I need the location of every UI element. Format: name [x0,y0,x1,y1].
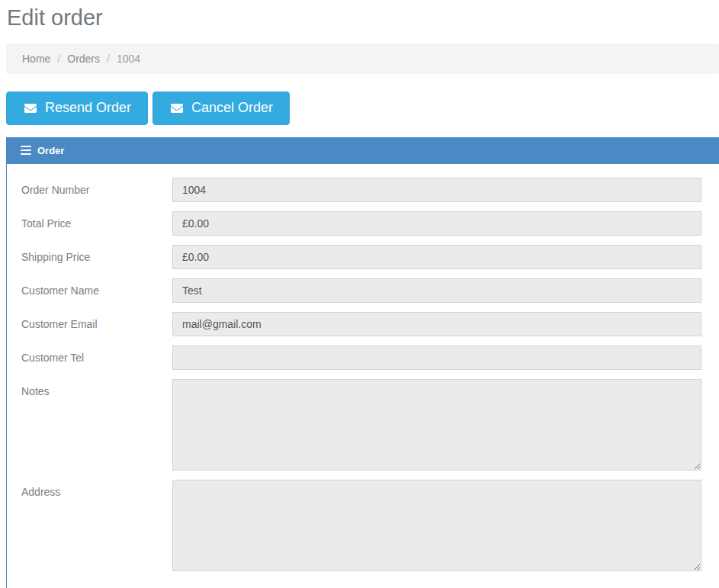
customer-name-field[interactable] [172,278,701,303]
order-number-field[interactable] [172,178,701,202]
breadcrumb-separator: / [57,53,60,65]
customer-tel-field[interactable] [172,345,701,370]
page-title: Edit order [7,5,719,31]
shipping-price-label: Shipping Price [21,245,172,269]
breadcrumb: Home / Orders / 1004 [6,43,719,74]
customer-email-label: Customer Email [21,312,172,336]
order-panel: Order Order Number Total Price Shipping … [6,137,719,588]
toolbar: Resend Order Cancel Order [6,92,719,125]
order-panel-header: Order [6,137,719,164]
customer-tel-label: Customer Tel [21,345,172,370]
customer-name-label: Customer Name [21,278,172,303]
order-number-label: Order Number [21,178,172,202]
total-price-field[interactable] [172,211,701,236]
shipping-price-field[interactable] [172,245,701,269]
form-row-total-price: Total Price [21,211,701,236]
resend-order-button[interactable]: Resend Order [6,92,148,125]
breadcrumb-home[interactable]: Home [22,53,50,65]
envelope-icon [23,102,38,114]
form-row-order-number: Order Number [21,178,701,202]
address-field[interactable] [172,480,701,571]
cancel-order-label: Cancel Order [191,100,273,116]
form-row-customer-name: Customer Name [21,278,701,303]
notes-label: Notes [21,379,172,471]
form-row-notes: Notes [21,379,701,471]
breadcrumb-orders[interactable]: Orders [67,53,100,65]
page: Edit order Home / Orders / 1004 Resend O… [6,0,719,588]
total-price-label: Total Price [21,211,172,236]
menu-icon [21,146,31,155]
resend-order-label: Resend Order [45,100,131,116]
address-label: Address [21,480,172,571]
panel-title: Order [37,145,64,156]
breadcrumb-separator: / [107,53,110,65]
cancel-order-button[interactable]: Cancel Order [152,92,290,125]
form-row-customer-tel: Customer Tel [21,345,701,370]
form-row-shipping-price: Shipping Price [21,245,701,269]
envelope-icon [169,102,185,114]
notes-field[interactable] [172,379,701,471]
customer-email-field[interactable] [172,312,701,336]
order-form: Order Number Total Price Shipping Price … [6,164,719,588]
form-row-address: Address [21,480,701,571]
form-row-customer-email: Customer Email [21,312,701,336]
breadcrumb-current-order: 1004 [117,53,140,65]
